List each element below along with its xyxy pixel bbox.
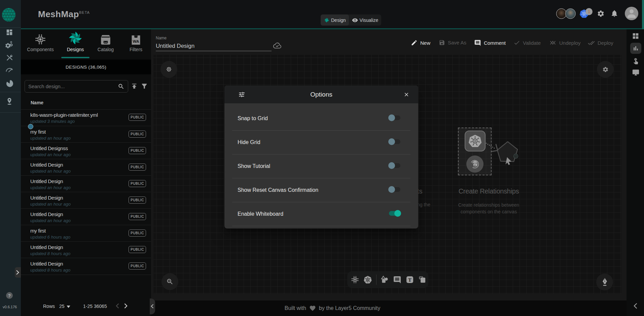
svg-text:T: T — [408, 277, 412, 283]
svg-text:WA: WA — [133, 39, 139, 43]
svg-text:?: ? — [8, 293, 11, 298]
